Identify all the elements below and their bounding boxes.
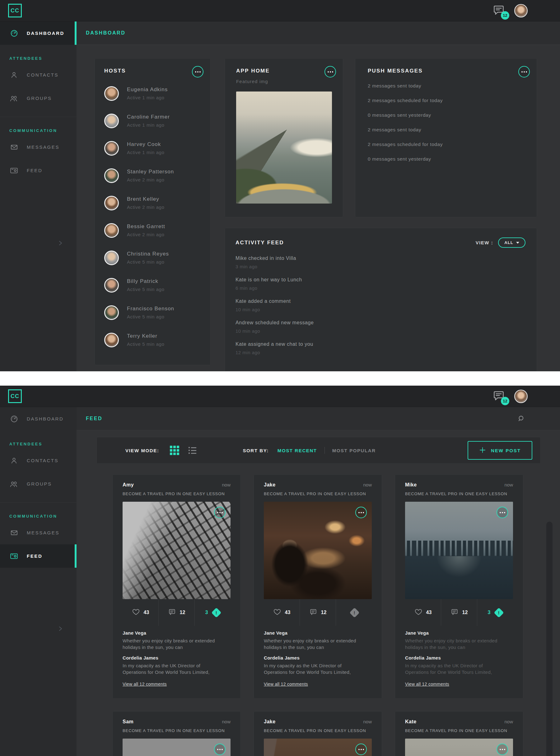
comment-text: In my capacity as the UK Director of Ope… [264,662,366,676]
comments-stat[interactable]: 12 [300,599,336,626]
alert-diamond-icon: ! [349,607,360,618]
comment-author: Jane Vega [264,630,372,636]
post-title: BECOME A TRAVEL PRO IN ONE EASY LESSON [405,728,513,733]
sidebar-collapse-chevron-icon[interactable] [58,239,63,247]
alert-diamond-icon: ! [494,607,504,618]
likes-stat[interactable]: 43 [123,599,158,626]
list-view-icon[interactable] [188,447,196,454]
app-logo[interactable]: CC [8,389,22,403]
activity-item: Kate is on her way to Lunch 6 min ago [236,277,525,291]
host-list-item[interactable]: Stanley Patterson Active 2 min ago [104,162,202,189]
search-icon[interactable] [517,414,526,423]
sidebar-item-dashboard[interactable]: DASHBOARD [0,407,77,430]
push-messages-more-button[interactable] [518,66,530,77]
hosts-title: HOSTS [104,68,202,74]
alerts-stat[interactable]: ! [336,599,372,626]
feed-content: VIEW MODE: SORT BY: MOST RECENT MOST POP… [77,430,560,756]
alerts-stat[interactable]: 3 ! [477,599,513,626]
view-all-comments-link[interactable]: View all 12 comments [123,682,167,686]
app-logo[interactable]: CC [8,4,22,17]
sidebar-section-communication: COMMUNICATION [0,503,77,521]
post-stats-row: 43 12 3 ! [123,599,231,626]
comment-icon [168,608,176,617]
feed-toolbar: VIEW MODE: SORT BY: MOST RECENT MOST POP… [97,437,541,464]
likes-stat[interactable]: 43 [264,599,300,626]
hosts-more-button[interactable] [192,66,203,77]
post-more-button[interactable] [497,507,508,518]
push-messages-card: PUSH MESSAGES 2 messages sent today 2 me… [355,58,537,217]
sidebar-item-feed[interactable]: FEED [0,159,77,182]
host-active-status: Active 5 min ago [127,259,169,265]
post-more-button[interactable] [214,743,225,755]
post-more-button[interactable] [497,743,508,755]
host-avatar [104,333,119,347]
scrollbar[interactable] [546,522,553,756]
new-post-button[interactable]: NEW POST [467,441,532,460]
sort-most-popular[interactable]: MOST POPULAR [332,448,376,453]
app-home-title: APP HOME [236,68,332,74]
host-list-item[interactable]: Harvey Cook Active 1 min ago [104,134,202,162]
comments-stat[interactable]: 12 [158,599,195,626]
push-messages-title: PUSH MESSAGES [368,68,524,74]
app-home-more-button[interactable] [324,66,336,77]
post-author: Jake [264,482,276,488]
host-list-item[interactable]: Francisco Benson Active 5 min ago [104,299,202,326]
host-list-item[interactable]: Bessie Garrett Active 2 min ago [104,217,202,244]
alerts-stat[interactable]: 3 ! [195,599,231,626]
notifications-button[interactable]: 12 [493,389,505,403]
host-name: Caroline Farmer [127,114,170,120]
host-list-item[interactable]: Caroline Farmer Active 1 min ago [104,107,202,134]
host-list-item[interactable]: Christina Reyes Active 5 min ago [104,244,202,271]
user-avatar[interactable] [514,4,528,17]
host-active-status: Active 2 min ago [127,232,165,237]
post-more-button[interactable] [214,507,225,518]
post-more-button[interactable] [355,743,367,755]
sidebar-section-communication: COMMUNICATION [0,117,77,135]
activity-time: 6 min ago [236,285,525,291]
host-list-item[interactable]: Billy Patrick Active 5 min ago [104,271,202,299]
view-all-comments-link[interactable]: View all 12 comments [264,682,308,686]
post-title: BECOME A TRAVEL PRO IN ONE EASY LESSON [405,491,513,496]
host-list-item[interactable]: Brent Kelley Active 2 min ago [104,189,202,217]
feed-post-card: Jake now BECOME A TRAVEL PRO IN ONE EASY… [254,474,382,699]
people-icon [9,480,19,488]
notifications-button[interactable]: 12 [493,4,505,17]
post-comments: Jane VegaWhether you enjoy city breaks o… [264,630,372,675]
view-all-comments-link[interactable]: View all 12 comments [405,682,449,686]
sort-most-recent[interactable]: MOST RECENT [278,448,317,453]
feed-icon [9,553,19,560]
user-avatar[interactable] [514,390,528,403]
post-time: now [363,482,372,487]
sidebar-item-feed[interactable]: FEED [0,544,77,568]
new-post-label: NEW POST [491,448,521,453]
feed-post-card: Jake now BECOME A TRAVEL PRO IN ONE EASY… [254,711,382,756]
host-avatar [104,196,119,210]
comments-stat[interactable]: 12 [441,599,477,626]
sidebar-item-groups[interactable]: GROUPS [0,86,77,110]
host-name: Billy Patrick [127,278,165,285]
host-active-status: Active 5 min ago [127,342,165,347]
grid-view-icon[interactable] [170,446,179,455]
activity-text: Kate is on her way to Lunch [236,277,525,283]
host-list-item[interactable]: Eugenia Adkins Active 1 min ago [104,80,202,107]
comment-author: Cordelia James [123,655,231,660]
feed-icon [9,167,19,174]
activity-item: Andrew scheduled new message 10 min ago [236,320,525,334]
view-filter-dropdown[interactable]: ALL [498,237,525,248]
likes-stat[interactable]: 43 [405,599,441,626]
sidebar-item-messages[interactable]: MESSAGES [0,135,77,159]
people-icon [9,94,19,102]
activity-item: Mike checked in into Villa 3 min ago [236,255,525,269]
sidebar-item-messages[interactable]: MESSAGES [0,521,77,544]
post-more-button[interactable] [355,507,367,518]
sidebar-item-contacts[interactable]: CONTACTS [0,449,77,472]
sidebar-item-dashboard[interactable]: DASHBOARD [0,21,77,45]
host-list-item[interactable]: Terry Keller Active 5 min ago [104,326,202,353]
sidebar-item-groups[interactable]: GROUPS [0,472,77,496]
sidebar-collapse-chevron-icon[interactable] [58,625,63,633]
alerts-count: 3 [205,610,208,615]
sidebar-item-contacts[interactable]: CONTACTS [0,63,77,86]
post-title: BECOME A TRAVEL PRO IN ONE EASY LESSON [123,728,231,733]
activity-time: 3 min ago [236,264,525,269]
page-title: DASHBOARD [86,30,125,36]
